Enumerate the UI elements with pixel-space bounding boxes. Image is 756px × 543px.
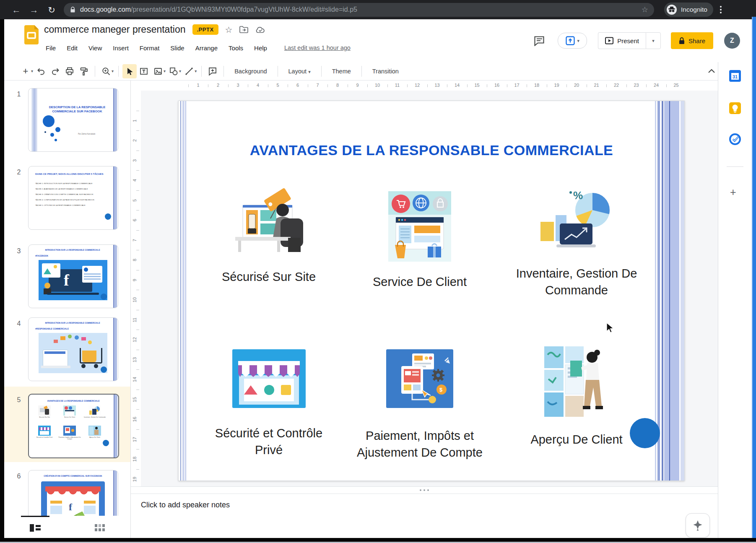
avatar[interactable]: Z xyxy=(724,33,740,49)
thumb-mini-caption: Service De Client xyxy=(58,416,81,418)
item-caption[interactable]: Service De Client xyxy=(348,273,491,290)
notes-resize-handle[interactable] xyxy=(131,486,718,494)
zoom-dropdown[interactable]: ▾ xyxy=(112,69,114,73)
slide-item-apercu[interactable]: Aperçu De Client xyxy=(505,346,648,448)
forward-icon[interactable]: → xyxy=(29,5,39,14)
slide-decoration-circle[interactable] xyxy=(630,418,660,448)
illustration-payment[interactable]: $ xyxy=(386,349,453,408)
line-tool[interactable] xyxy=(182,64,196,78)
theme-button[interactable]: Theme xyxy=(325,68,358,75)
thumb-illustration: f xyxy=(41,481,105,516)
keep-icon[interactable] xyxy=(729,102,741,114)
back-icon[interactable]: ← xyxy=(11,5,22,14)
ruler-tick-label: 12 xyxy=(132,336,139,343)
tasks-icon[interactable] xyxy=(729,133,741,145)
menu-file[interactable]: File xyxy=(40,42,61,54)
item-caption[interactable]: Paiement, Impôts et Ajustement De Compte xyxy=(351,427,489,461)
document-title[interactable]: commerce maneger presentation xyxy=(44,24,186,35)
slide-item-paiement[interactable]: $ Paiement, Impôts et Ajustement De Comp… xyxy=(348,349,491,461)
ruler-tick-label: 3 xyxy=(132,157,139,164)
item-caption[interactable]: Inventaire, Gestion De Commande xyxy=(514,265,639,299)
sidebar-divider xyxy=(727,166,743,167)
app-header: commerce maneger presentation .PPTX ☆ Fi… xyxy=(4,19,752,62)
ruler-tick xyxy=(136,350,139,350)
illustration-ecommerce-site[interactable] xyxy=(388,191,451,262)
item-caption[interactable]: Sécurisé Sur Site xyxy=(197,268,340,285)
star-icon[interactable]: ☆ xyxy=(225,25,233,35)
ruler-tick-label: 15 xyxy=(474,83,481,88)
menu-help[interactable]: Help xyxy=(249,42,273,54)
new-slide-dropdown[interactable]: ▾ xyxy=(31,69,33,73)
reload-icon[interactable]: ↻ xyxy=(46,5,57,14)
illustration-storefront[interactable] xyxy=(232,349,306,408)
slide-item-inventaire[interactable]: % Inventaire, Gestion De Commande xyxy=(505,188,648,299)
zoom-icon[interactable] xyxy=(99,64,113,78)
move-folder-icon[interactable] xyxy=(239,26,249,33)
shape-tool[interactable] xyxy=(166,64,181,78)
bookmark-star-icon[interactable]: ☆ xyxy=(642,5,648,14)
present-button[interactable]: Present xyxy=(598,32,646,49)
speaker-notes[interactable]: Click to add speaker notes xyxy=(131,494,718,538)
background-button[interactable]: Background xyxy=(228,68,273,75)
line-dropdown[interactable]: ▾ xyxy=(195,69,197,73)
thumb-bullet: TÂCHE 2: AVANTAGES DE LA RESPONSABLE COM… xyxy=(35,186,110,192)
get-addons-icon[interactable]: + xyxy=(730,186,736,198)
layout-button[interactable]: Layout ▾ xyxy=(282,68,317,75)
svg-text:$: $ xyxy=(439,387,443,393)
undo-icon[interactable] xyxy=(34,64,48,78)
paint-format-icon[interactable] xyxy=(77,64,91,78)
redo-icon[interactable] xyxy=(48,64,62,78)
address-bar[interactable]: docs.google.com/presentation/d/1GQbWNi93… xyxy=(64,3,654,17)
slide-item-service-de-client[interactable]: Service De Client xyxy=(348,191,491,290)
print-icon[interactable] xyxy=(62,64,77,78)
item-caption[interactable]: Sécurité et Contrôle Privé xyxy=(206,425,332,458)
menu-tools[interactable]: Tools xyxy=(223,42,249,54)
textbox-tool[interactable] xyxy=(137,64,151,78)
new-slide-button[interactable]: + xyxy=(18,64,33,78)
slide-item-securite-controle[interactable]: Sécurité et Contrôle Privé xyxy=(197,349,340,458)
ruler-tick-label: 8 xyxy=(132,257,139,263)
insert-image-tool[interactable] xyxy=(151,64,165,78)
explore-button[interactable] xyxy=(686,513,710,538)
slides-logo[interactable] xyxy=(24,25,39,44)
slide-thumbnail-1[interactable]: DESCRIPTION DE LA RESPONSABLE COMMERCIAL… xyxy=(28,88,118,152)
share-button[interactable]: Share xyxy=(671,32,713,49)
illustration-charts[interactable]: % xyxy=(535,188,618,253)
slide-item-securise-sur-site[interactable]: Sécurisé Sur Site xyxy=(197,188,340,285)
slide-thumbnail-6[interactable]: CRÉATION D'UN COMPTE COMMERCIAL SUR FACE… xyxy=(28,470,118,516)
speaker-notes-placeholder[interactable]: Click to add speaker notes xyxy=(141,501,230,509)
slideshow-button[interactable]: ▾ xyxy=(558,33,587,49)
ruler-vertical: 12345678910111213141516171819 xyxy=(131,91,141,486)
grid-view-icon[interactable] xyxy=(94,523,105,533)
collapse-toolbar-icon[interactable] xyxy=(707,67,716,75)
menu-edit[interactable]: Edit xyxy=(61,42,83,54)
slide-title[interactable]: AVANTAGES DE LA RESPONSABLE COMMERCIALE xyxy=(179,142,684,158)
illustration-customer-insight[interactable] xyxy=(544,346,609,418)
item-caption[interactable]: Aperçu De Client xyxy=(505,431,648,448)
menu-view[interactable]: View xyxy=(83,42,107,54)
menu-insert[interactable]: Insert xyxy=(107,42,134,54)
slide-number: 4 xyxy=(14,320,23,327)
menu-arrange[interactable]: Arrange xyxy=(190,42,223,54)
slide-thumbnail-4[interactable]: INTRODUCTION SUR LA RESPONSABLE COMMERCI… xyxy=(28,317,118,381)
last-edit-link[interactable]: Last edit was 1 hour ago xyxy=(284,44,351,51)
cloud-status-icon[interactable] xyxy=(255,26,265,33)
calendar-icon[interactable]: 31 xyxy=(729,70,741,82)
comment-history-icon[interactable] xyxy=(534,36,545,46)
transition-button[interactable]: Transition xyxy=(366,68,405,75)
filmstrip-view-icon[interactable] xyxy=(29,523,41,533)
menu-slide[interactable]: Slide xyxy=(165,42,190,54)
current-slide[interactable]: AVANTAGES DE LA RESPONSABLE COMMERCIALE xyxy=(178,101,685,481)
thumb-title: DESCRIPTION DE LA RESPONSABLE COMMERCIAL… xyxy=(45,105,109,114)
present-dropdown[interactable]: ▾ xyxy=(646,32,661,49)
slide-thumbnail-3[interactable]: INTRODUCTION SUR LA RESPONSABLE COMMERCI… xyxy=(28,244,118,308)
select-tool[interactable] xyxy=(122,64,137,78)
slide-thumbnail-2[interactable]: DANS CE PROJET, NOUS ALLONS DISCUTER 5 T… xyxy=(28,166,118,230)
menu-format[interactable]: Format xyxy=(134,42,165,54)
shape-dropdown[interactable]: ▾ xyxy=(179,69,181,73)
image-dropdown[interactable]: ▾ xyxy=(164,69,166,73)
insert-comment-tool[interactable] xyxy=(205,64,220,78)
slide-thumbnail-5-selected[interactable]: AVANTAGES DE LA RESPONSABLE COMMERCIALE xyxy=(28,394,119,458)
illustration-person-at-computer[interactable] xyxy=(227,188,311,253)
browser-menu-icon[interactable] xyxy=(720,6,722,13)
